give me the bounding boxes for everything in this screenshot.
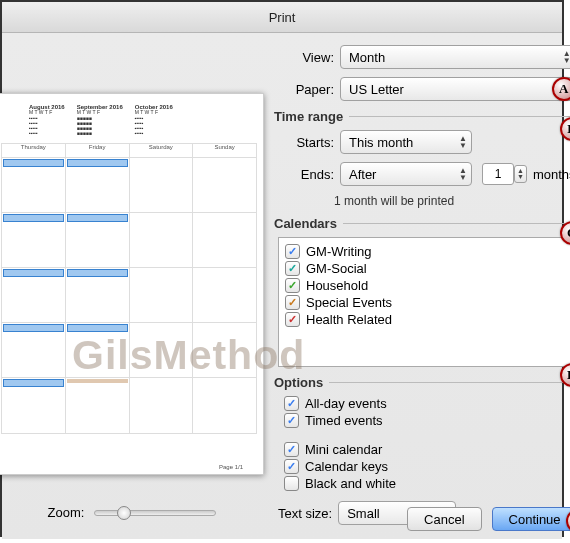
months-count[interactable]: 1	[482, 163, 514, 185]
checkbox[interactable]	[285, 278, 300, 293]
bw-checkbox[interactable]	[284, 476, 299, 491]
print-preview: August 2016M T W T F▪▪▪▪▪▪▪▪▪▪▪▪▪▪▪▪▪▪▪▪…	[0, 93, 264, 475]
zoom-label: Zoom:	[48, 505, 85, 520]
dropdown-arrows-icon: ▲▼	[459, 167, 467, 181]
options-section: Options	[274, 375, 323, 390]
allday-checkbox[interactable]	[284, 396, 299, 411]
calendars-section: Calendars	[274, 216, 337, 231]
paper-label: Paper:	[274, 82, 334, 97]
view-label: View:	[274, 50, 334, 65]
dropdown-arrows-icon: ▲▼	[459, 135, 467, 149]
window-title: Print	[2, 2, 562, 33]
textsize-label: Text size:	[278, 506, 332, 521]
starts-select[interactable]: This month ▲▼	[340, 130, 472, 154]
cancel-button[interactable]: Cancel	[407, 507, 481, 531]
checkbox[interactable]	[285, 312, 300, 327]
continue-button[interactable]: Continue	[492, 507, 570, 531]
timed-checkbox[interactable]	[284, 413, 299, 428]
stepper-arrows-icon[interactable]: ▲▼	[514, 165, 527, 183]
time-range-note: 1 month will be printed	[334, 194, 570, 208]
zoom-slider[interactable]	[94, 510, 216, 516]
dropdown-arrows-icon: ▲▼	[563, 50, 570, 64]
paper-select[interactable]: US Letter ▲▼	[340, 77, 570, 101]
calendars-list[interactable]: GM-Writing GM-Social Household Special E…	[278, 237, 570, 367]
time-range-section: Time range	[274, 109, 343, 124]
checkbox[interactable]	[285, 244, 300, 259]
checkbox[interactable]	[285, 261, 300, 276]
checkbox[interactable]	[285, 295, 300, 310]
view-select[interactable]: Month ▲▼	[340, 45, 570, 69]
ends-label: Ends:	[274, 167, 334, 182]
months-unit: months	[533, 167, 570, 182]
ends-select[interactable]: After ▲▼	[340, 162, 472, 186]
starts-label: Starts:	[274, 135, 334, 150]
mini-checkbox[interactable]	[284, 442, 299, 457]
keys-checkbox[interactable]	[284, 459, 299, 474]
